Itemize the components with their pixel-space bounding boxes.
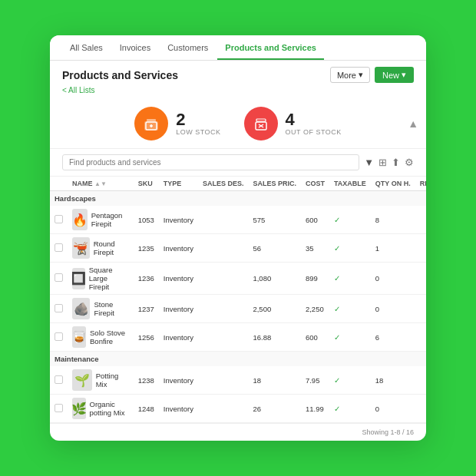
row-checkbox[interactable]: [50, 366, 68, 395]
filter-button[interactable]: ▼: [364, 157, 374, 168]
row-sales-price: 26: [248, 395, 301, 423]
row-type: Inventory: [159, 206, 198, 234]
row-sales-desc: [198, 206, 249, 234]
tab-all-sales[interactable]: All Sales: [62, 35, 111, 60]
product-image: 🫕: [72, 237, 90, 259]
row-qty: 0: [371, 295, 415, 323]
row-name: 🌿 Organic potting Mix: [68, 395, 134, 423]
row-reorder: [415, 206, 426, 234]
row-reorder: [415, 395, 426, 423]
row-type: Inventory: [159, 295, 198, 323]
product-image: 🪨: [72, 298, 90, 319]
table-row: 🌱 Potting Mix 1238 Inventory 18 7.95 ✓ 1…: [50, 366, 426, 395]
pagination-total: / 16: [402, 428, 414, 436]
row-sku: 1053: [134, 206, 159, 234]
col-type[interactable]: TYPE: [159, 177, 198, 191]
out-of-stock-count: 4: [286, 111, 342, 128]
row-sku: 1236: [134, 263, 159, 295]
row-type: Inventory: [159, 234, 198, 263]
row-qty: 18: [371, 366, 415, 395]
row-cost: 600: [301, 206, 329, 234]
table-row: 🪨 Stone Firepit 1237 Inventory 2,500 2,2…: [50, 295, 426, 323]
product-image: 🥃: [72, 326, 86, 348]
row-sales-desc: [198, 323, 249, 352]
row-reorder: [415, 295, 426, 323]
row-name: 🥃 Solo Stove Bonfire: [68, 323, 134, 352]
row-checkbox[interactable]: [50, 206, 68, 234]
settings-icon[interactable]: ⚙: [405, 157, 414, 168]
breadcrumb[interactable]: < All Lists: [50, 86, 426, 99]
row-qty: 6: [371, 323, 415, 352]
row-sales-desc: [198, 295, 249, 323]
row-checkbox[interactable]: [50, 263, 68, 295]
main-card: All Sales Invoices Customers Products an…: [50, 35, 426, 441]
row-checkbox[interactable]: [50, 323, 68, 352]
row-qty: 1: [371, 234, 415, 263]
col-taxable[interactable]: TAXABLE: [329, 177, 371, 191]
table-row: 🌿 Organic potting Mix 1248 Inventory 26 …: [50, 395, 426, 423]
col-name[interactable]: NAME ▲▼: [68, 177, 134, 191]
row-reorder: [415, 263, 426, 295]
search-input[interactable]: [62, 154, 359, 170]
row-name: 🌱 Potting Mix: [68, 366, 134, 395]
row-sku: 1256: [134, 323, 159, 352]
row-checkbox[interactable]: [50, 234, 68, 263]
more-button[interactable]: More ▾: [330, 67, 370, 83]
toolbar: ▼ ⊞ ⬆ ⚙: [50, 149, 426, 177]
row-taxable: ✓: [329, 395, 371, 423]
products-table: NAME ▲▼ SKU TYPE SALES DES. SALES PRIC. …: [50, 177, 426, 423]
col-reorder[interactable]: REORDER: [415, 177, 426, 191]
table-row: 🔲 Square Large Firepit 1236 Inventory 1,…: [50, 263, 426, 295]
row-checkbox[interactable]: [50, 295, 68, 323]
row-taxable: ✓: [329, 295, 371, 323]
page-title: Products and Services: [62, 69, 178, 81]
col-sku[interactable]: SKU: [134, 177, 159, 191]
col-qty[interactable]: QTY ON H.: [371, 177, 415, 191]
row-cost: 600: [301, 323, 329, 352]
row-sales-desc: [198, 366, 249, 395]
row-name: 🔥 Pentagon Firepit: [68, 206, 134, 234]
group-header: Hardscapes: [50, 191, 426, 207]
tab-invoices[interactable]: Invoices: [112, 35, 158, 60]
row-taxable: ✓: [329, 234, 371, 263]
page-header: Products and Services More ▾ New ▾: [50, 61, 426, 86]
row-sales-price: 16.88: [248, 323, 301, 352]
col-check: [50, 177, 68, 191]
new-button[interactable]: New ▾: [375, 67, 414, 83]
columns-icon[interactable]: ⊞: [378, 157, 387, 168]
row-type: Inventory: [159, 323, 198, 352]
row-sku: 1238: [134, 366, 159, 395]
out-of-stock-icon: [244, 107, 278, 140]
row-taxable: ✓: [329, 263, 371, 295]
tab-products-services[interactable]: Products and Services: [217, 35, 324, 60]
row-taxable: ✓: [329, 206, 371, 234]
product-image: 🌿: [72, 398, 86, 419]
row-reorder: [415, 366, 426, 395]
row-name: 🫕 Round Firepit: [68, 234, 134, 263]
row-type: Inventory: [159, 395, 198, 423]
row-checkbox[interactable]: [50, 395, 68, 423]
row-sales-price: 18: [248, 366, 301, 395]
svg-rect-1: [147, 119, 156, 121]
col-sales-desc[interactable]: SALES DES.: [198, 177, 249, 191]
row-name: 🔲 Square Large Firepit: [68, 263, 134, 295]
row-reorder: [415, 323, 426, 352]
export-icon[interactable]: ⬆: [392, 157, 400, 168]
row-qty: 0: [371, 263, 415, 295]
row-name: 🪨 Stone Firepit: [68, 295, 134, 323]
header-actions: More ▾ New ▾: [330, 67, 414, 83]
row-qty: 8: [371, 206, 415, 234]
tab-customers[interactable]: Customers: [160, 35, 216, 60]
table-row: 🥃 Solo Stove Bonfire 1256 Inventory 16.8…: [50, 323, 426, 352]
col-cost[interactable]: COST: [301, 177, 329, 191]
collapse-button[interactable]: ▲: [408, 117, 418, 130]
row-sales-price: 56: [248, 234, 301, 263]
low-stock-count: 2: [176, 111, 220, 128]
row-taxable: ✓: [329, 366, 371, 395]
row-sales-price: 575: [248, 206, 301, 234]
product-image: 🌱: [72, 369, 92, 391]
row-type: Inventory: [159, 263, 198, 295]
col-sales-price[interactable]: SALES PRIC.: [248, 177, 301, 191]
row-type: Inventory: [159, 366, 198, 395]
chevron-down-icon: ▾: [402, 70, 406, 80]
